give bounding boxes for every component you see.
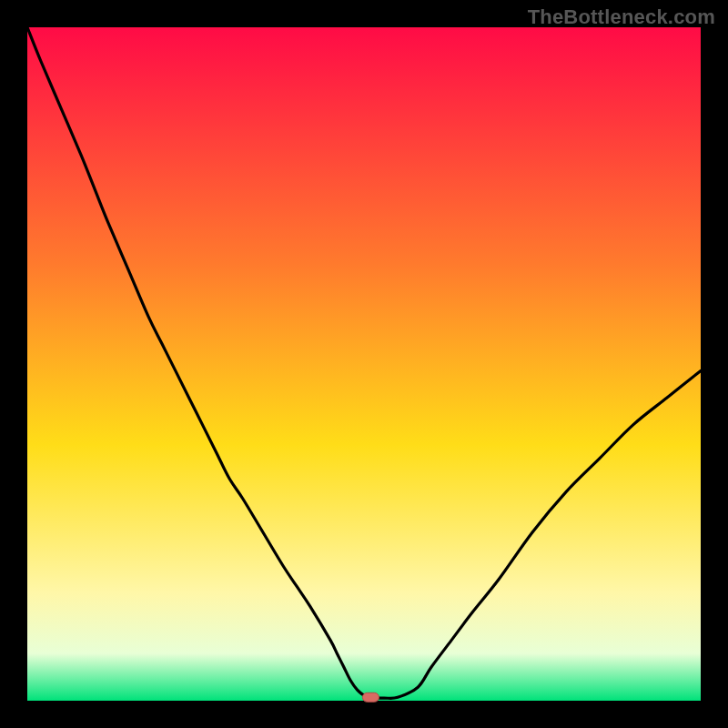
plot-background xyxy=(27,27,701,701)
watermark-text: TheBottleneck.com xyxy=(528,5,715,29)
bottleneck-chart xyxy=(0,0,728,728)
chart-frame: { "watermark": "TheBottleneck.com", "col… xyxy=(0,0,728,728)
optimum-marker xyxy=(362,693,379,702)
